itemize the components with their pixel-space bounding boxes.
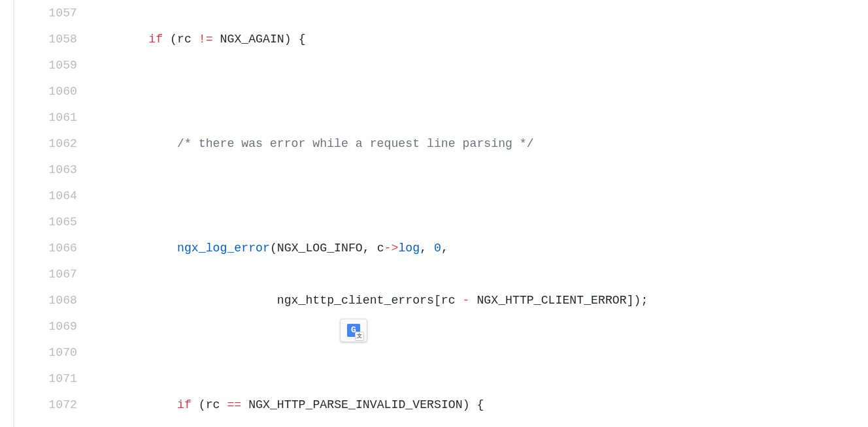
line-number: 1070 <box>14 340 77 366</box>
line-number: 1071 <box>14 366 77 392</box>
keyword-if: if <box>148 33 163 46</box>
line-number: 1068 <box>14 287 77 313</box>
line-number: 1059 <box>14 52 77 78</box>
line-number: 1058 <box>14 26 77 52</box>
translate-sub-icon: 文 <box>355 332 364 341</box>
line-number: 1067 <box>14 261 77 287</box>
code-line[interactable] <box>92 183 868 209</box>
code-line[interactable]: ngx_http_client_errors[rc - NGX_HTTP_CLI… <box>92 287 868 313</box>
code-line[interactable]: if (rc != NGX_AGAIN) { <box>92 26 868 52</box>
code-content[interactable]: if (rc != NGX_AGAIN) { /* there was erro… <box>92 0 868 427</box>
line-number-gutter: 1057 1058 1059 1060 1061 1062 1063 1064 … <box>13 0 92 427</box>
line-number: 1066 <box>14 235 77 261</box>
comment: /* there was error while a request line … <box>177 137 534 150</box>
line-number: 1069 <box>14 313 77 340</box>
line-number: 1064 <box>14 183 77 209</box>
code-viewer: 1057 1058 1059 1060 1061 1062 1063 1064 … <box>0 0 868 427</box>
line-number: 1057 <box>14 0 77 26</box>
google-translate-icon: G 文 <box>347 324 360 337</box>
line-number: 1062 <box>14 131 77 157</box>
code-line[interactable]: ngx_log_error(NGX_LOG_INFO, c->log, 0, <box>92 235 868 261</box>
code-line[interactable]: /* there was error while a request line … <box>92 131 868 157</box>
line-number: 1060 <box>14 78 77 104</box>
keyword-if: if <box>177 398 192 411</box>
fn-ngx-log-error: ngx_log_error <box>177 242 270 255</box>
line-number: 1065 <box>14 209 77 235</box>
code-line[interactable]: if (rc == NGX_HTTP_PARSE_INVALID_VERSION… <box>92 392 868 418</box>
line-number: 1072 <box>14 392 77 418</box>
google-translate-popup[interactable]: G 文 <box>340 319 367 342</box>
code-line[interactable] <box>92 340 868 366</box>
code-line[interactable] <box>92 78 868 104</box>
line-number: 1063 <box>14 157 77 183</box>
line-number: 1061 <box>14 104 77 131</box>
